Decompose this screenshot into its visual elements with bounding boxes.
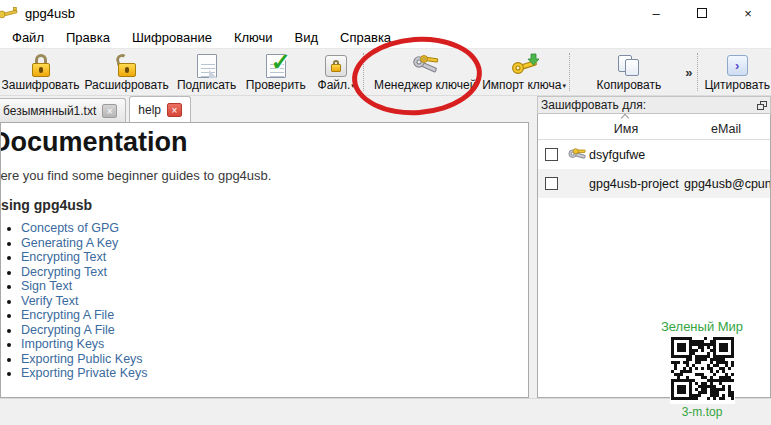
document-verify-icon: ✓ xyxy=(266,54,286,78)
list-item: Encrypting A File xyxy=(21,308,528,323)
tab-help[interactable]: help × xyxy=(129,96,191,122)
minimize-button[interactable]: – xyxy=(633,0,679,26)
doc-link[interactable]: Encrypting Text xyxy=(21,250,106,264)
menu-edit[interactable]: Правка xyxy=(55,28,121,47)
sign-button[interactable]: Подписать xyxy=(172,49,241,95)
document-sign-icon xyxy=(197,54,217,78)
column-header-name[interactable]: Имя xyxy=(570,122,682,136)
menu-keys[interactable]: Ключи xyxy=(223,28,284,47)
pane-splitter[interactable] xyxy=(529,96,537,398)
doc-link[interactable]: Encrypting A File xyxy=(21,308,114,322)
doc-title: Documentation xyxy=(0,127,528,158)
list-item: Decrypting Text xyxy=(21,265,528,280)
quote-icon: › xyxy=(727,55,748,76)
maximize-icon xyxy=(697,8,707,18)
tab-close-icon[interactable]: × xyxy=(167,103,182,117)
tab-bar: безымянный1.txt × help × xyxy=(0,96,529,122)
doc-link[interactable]: Generating A Key xyxy=(21,236,118,250)
keys-icon xyxy=(409,53,441,79)
key-manager-button[interactable]: Менеджер ключей xyxy=(370,49,481,95)
float-panel-icon[interactable] xyxy=(757,101,767,110)
toolbar-separator xyxy=(363,53,369,91)
panel-header: Зашифровать для: xyxy=(537,96,771,114)
menu-bar: Файл Правка Шифрование Ключи Вид Справка xyxy=(0,26,771,49)
key-checkbox[interactable] xyxy=(545,177,558,190)
key-import-icon xyxy=(509,53,539,79)
list-item: Verify Text xyxy=(21,294,528,309)
list-item: Concepts of GPG xyxy=(21,221,528,236)
window-title: gpg4usb xyxy=(25,6,75,21)
close-button[interactable]: × xyxy=(725,0,771,26)
lock-closed-icon xyxy=(28,53,54,79)
key-checkbox[interactable] xyxy=(545,148,558,161)
encrypt-button[interactable]: Зашифровать xyxy=(0,49,81,95)
doc-link-list: Concepts of GPG Generating A Key Encrypt… xyxy=(0,221,528,381)
tab-close-icon[interactable]: × xyxy=(102,104,117,118)
list-item: Exporting Public Keys xyxy=(21,352,528,367)
main-area: безымянный1.txt × help × Documentation H… xyxy=(0,96,771,398)
dropdown-arrow-icon: ▾ xyxy=(562,82,566,89)
dropdown-arrow-icon: ▾ xyxy=(351,82,355,89)
doc-section-heading: Using gpg4usb xyxy=(0,197,528,213)
key-list-header: Имя eMail xyxy=(538,114,770,140)
key-row[interactable]: gpg4usb-project gpg4usb@cpunk xyxy=(538,169,770,198)
tab-untitled[interactable]: безымянный1.txt × xyxy=(0,98,126,122)
doc-link[interactable]: Exporting Private Keys xyxy=(21,366,147,380)
key-row[interactable]: dsyfgufwe xyxy=(538,140,770,169)
doc-intro: Here you find some beginner guides to gp… xyxy=(0,168,528,183)
toolbar-overflow-chevron[interactable]: » xyxy=(682,49,695,95)
doc-link[interactable]: Decrypting A File xyxy=(21,323,115,337)
title-bar: gpg4usb – × xyxy=(0,0,771,26)
key-name: gpg4usb-project xyxy=(589,177,684,191)
key-name: dsyfgufwe xyxy=(589,148,684,162)
quote-button[interactable]: › Цитировать xyxy=(703,49,771,95)
file-operations-button[interactable]: Файл.▾ xyxy=(310,49,361,95)
import-key-button[interactable]: Импорт ключа▾ xyxy=(481,49,568,95)
key-email: gpg4usb@cpunk xyxy=(684,177,770,191)
maximize-button[interactable] xyxy=(679,0,725,26)
menu-view[interactable]: Вид xyxy=(284,28,330,47)
decrypt-button[interactable]: Расшифровать xyxy=(81,49,172,95)
panel-title: Зашифровать для: xyxy=(541,98,646,112)
sort-ascending-icon xyxy=(622,114,629,120)
doc-link[interactable]: Verify Text xyxy=(21,294,78,308)
status-bar xyxy=(0,398,771,425)
menu-help[interactable]: Справка xyxy=(329,28,402,47)
doc-link[interactable]: Decrypting Text xyxy=(21,265,107,279)
doc-link[interactable]: Exporting Public Keys xyxy=(21,352,143,366)
doc-link[interactable]: Sign Text xyxy=(21,279,72,293)
list-item: Decrypting A File xyxy=(21,323,528,338)
list-item: Exporting Private Keys xyxy=(21,366,528,381)
encrypt-for-panel: Зашифровать для: Имя eMail xyxy=(537,96,771,398)
list-item: Generating A Key xyxy=(21,236,528,251)
menu-encryption[interactable]: Шифрование xyxy=(121,28,223,47)
key-list: Имя eMail xyxy=(537,114,771,398)
copy-icon xyxy=(617,54,641,78)
doc-link[interactable]: Concepts of GPG xyxy=(21,221,119,235)
file-lock-icon xyxy=(325,55,347,77)
help-document-view: Documentation Here you find some beginne… xyxy=(0,122,529,398)
copy-button[interactable]: Копировать xyxy=(576,49,683,95)
doc-link[interactable]: Importing Keys xyxy=(21,337,104,351)
toolbar-separator xyxy=(569,53,575,91)
list-item: Encrypting Text xyxy=(21,250,528,265)
app-key-icon xyxy=(0,5,19,21)
list-item: Importing Keys xyxy=(21,337,528,352)
toolbar: Зашифровать Расшифровать Подписать ✓ Про… xyxy=(0,49,771,96)
menu-file[interactable]: Файл xyxy=(1,28,55,47)
editor-pane: безымянный1.txt × help × Documentation H… xyxy=(0,96,529,398)
list-item: Sign Text xyxy=(21,279,528,294)
keys-icon xyxy=(567,148,587,162)
verify-button[interactable]: ✓ Проверить xyxy=(241,49,310,95)
lock-open-icon xyxy=(114,53,140,79)
column-header-email[interactable]: eMail xyxy=(682,122,770,136)
toolbar-separator xyxy=(697,53,703,91)
